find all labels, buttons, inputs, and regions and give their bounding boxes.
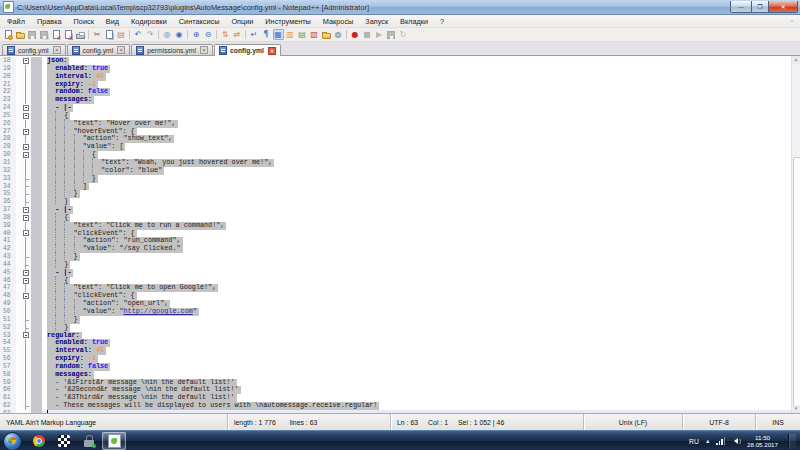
cut-button[interactable]: ✂ xyxy=(92,29,103,40)
code-line-23[interactable]: 23 messages: xyxy=(0,96,792,104)
fold-collapse-icon[interactable] xyxy=(22,214,31,222)
code-line-22[interactable]: 22 random: false xyxy=(0,88,792,96)
code-line-36[interactable]: 36 } xyxy=(0,198,792,206)
fold-collapse-icon[interactable] xyxy=(22,128,31,136)
zoom-out-button[interactable]: ⊖ xyxy=(203,29,214,40)
taskbar-app-lock[interactable] xyxy=(77,432,101,450)
fold-collapse-icon[interactable] xyxy=(22,143,31,151)
print-button[interactable] xyxy=(75,29,86,40)
menu-search[interactable]: Поиск xyxy=(68,16,100,27)
menu-tabs[interactable]: Вкладки xyxy=(394,16,434,27)
fold-collapse-icon[interactable] xyxy=(22,104,31,112)
code-line-24[interactable]: 24 - |- xyxy=(0,104,792,112)
undo-button[interactable]: ↶ xyxy=(133,29,144,40)
hidden-icons-arrow-icon[interactable]: ▲ xyxy=(705,438,710,444)
fold-collapse-icon[interactable] xyxy=(22,206,31,214)
code-line-57[interactable]: 57 random: false xyxy=(0,363,792,371)
code-line-19[interactable]: 19 enabled: true xyxy=(0,65,792,73)
code-line-44[interactable]: 44 } xyxy=(0,261,792,269)
menu-file[interactable]: Файл xyxy=(1,16,31,27)
taskbar-clock[interactable]: 11:50 28.05.2017 xyxy=(747,434,778,449)
fold-collapse-icon[interactable] xyxy=(22,332,31,340)
fold-collapse-icon[interactable] xyxy=(22,112,31,120)
close-all-button[interactable] xyxy=(63,29,74,40)
menu-encoding[interactable]: Кодировки xyxy=(125,16,173,27)
redo-button[interactable]: ↷ xyxy=(145,29,156,40)
open-file-button[interactable] xyxy=(15,29,26,40)
sync-vertical-button[interactable]: ⇅ xyxy=(220,29,231,40)
menu-settings[interactable]: Опции xyxy=(225,16,259,27)
folder-workspace-button[interactable] xyxy=(321,29,332,40)
code-line-18[interactable]: 18json: xyxy=(0,57,792,65)
function-list-button[interactable]: ▤ xyxy=(297,29,308,40)
show-desktop-button[interactable] xyxy=(788,434,796,449)
tab-config-yml-3[interactable]: config.yml× xyxy=(214,44,281,56)
code-line-45[interactable]: 45 - |- xyxy=(0,269,792,277)
tab-config-yml-2[interactable]: config.yml× xyxy=(67,44,131,55)
fold-collapse-icon[interactable] xyxy=(22,230,31,238)
code-line-29[interactable]: 29 "value": [ xyxy=(0,143,792,151)
menu-macro[interactable]: Макросы xyxy=(317,16,359,27)
copy-button[interactable] xyxy=(104,29,115,40)
close-button[interactable] xyxy=(51,29,62,40)
network-icon[interactable] xyxy=(716,437,725,445)
code-line-56[interactable]: 56 expiry: -1 xyxy=(0,355,792,363)
start-button[interactable] xyxy=(3,432,22,450)
tab-permissions-yml[interactable]: permissions.yml× xyxy=(131,44,213,55)
code-line-35[interactable]: 35 } xyxy=(0,190,792,198)
code-line-52[interactable]: 52 } xyxy=(0,324,792,332)
fold-collapse-icon[interactable] xyxy=(22,292,31,300)
tab-close-icon[interactable]: × xyxy=(200,46,208,54)
record-macro-button[interactable]: ● xyxy=(350,29,361,40)
taskbar-app-chrome[interactable] xyxy=(27,432,51,450)
doc-switcher-button[interactable]: ▧ xyxy=(309,29,320,40)
save-macro-button[interactable] xyxy=(386,29,397,40)
tab-close-icon[interactable]: × xyxy=(268,47,276,55)
menu-tools[interactable]: Инструменты xyxy=(259,16,317,27)
status-eol-format[interactable]: Unix (LF) xyxy=(583,414,682,430)
menu-run[interactable]: Запуск xyxy=(359,16,394,27)
paste-button[interactable]: ▤ xyxy=(116,29,127,40)
vertical-scrollbar[interactable]: ▲ ▼ xyxy=(791,56,800,413)
code-line-51[interactable]: 51 } xyxy=(0,316,792,324)
sync-horizontal-button[interactable]: ⇄ xyxy=(232,29,243,40)
menu-right-icon[interactable]: ▫ xyxy=(788,17,796,25)
tab-close-icon[interactable]: × xyxy=(53,46,61,54)
scroll-down-arrow-icon[interactable]: ▼ xyxy=(792,405,800,413)
maximize-button[interactable]: ❐ xyxy=(752,1,769,13)
code-line-42[interactable]: 42 "value": "/say Clicked." xyxy=(0,245,792,253)
minimize-button[interactable]: — xyxy=(730,1,752,13)
menu-edit[interactable]: Правка xyxy=(31,16,68,27)
menu-view[interactable]: Вид xyxy=(100,16,125,27)
code-line-20[interactable]: 20 interval: 45 xyxy=(0,73,792,81)
close-window-button[interactable]: ✕ xyxy=(769,1,798,13)
code-line-53[interactable]: 53regular: xyxy=(0,332,792,340)
play-macro-button[interactable]: ▶ xyxy=(374,29,385,40)
code-line-55[interactable]: 55 interval: 45 xyxy=(0,347,792,355)
word-wrap-button[interactable]: ↵ xyxy=(249,29,260,40)
code-line-63[interactable]: 63 xyxy=(0,410,792,413)
indent-guide-button[interactable]: ▦ xyxy=(273,29,284,40)
code-line-62[interactable]: 62 - These messages will be displayed to… xyxy=(0,402,792,410)
code-line-50[interactable]: 50 "value": "http://google.com" xyxy=(0,308,792,316)
stop-macro-button[interactable]: ■ xyxy=(362,29,373,40)
status-encoding[interactable]: UTF-8 xyxy=(682,414,755,430)
save-all-button[interactable] xyxy=(39,29,50,40)
menu-help[interactable]: ? xyxy=(434,16,450,27)
code-line-32[interactable]: 32 "color": "blue" xyxy=(0,167,792,175)
menu-language[interactable]: Синтаксисы xyxy=(173,16,226,27)
find-button[interactable]: ◎ xyxy=(162,29,173,40)
editor-area[interactable]: 18json:19 enabled: true20 interval: 4521… xyxy=(0,56,800,413)
fold-collapse-icon[interactable] xyxy=(22,151,31,159)
taskbar-app-checkered[interactable] xyxy=(52,432,76,450)
new-file-button[interactable] xyxy=(3,29,14,40)
code-line-33[interactable]: 33 } xyxy=(0,175,792,183)
zoom-in-button[interactable]: ⊕ xyxy=(191,29,202,40)
show-all-chars-button[interactable]: ¶ xyxy=(261,29,272,40)
scrollbar-thumb[interactable] xyxy=(793,157,800,411)
monitor-button[interactable]: ◍ xyxy=(333,29,344,40)
code-line-34[interactable]: 34 ] xyxy=(0,183,792,191)
tab-close-icon[interactable]: × xyxy=(117,46,125,54)
fold-collapse-icon[interactable] xyxy=(22,269,31,277)
doc-map-button[interactable]: ▥ xyxy=(285,29,296,40)
